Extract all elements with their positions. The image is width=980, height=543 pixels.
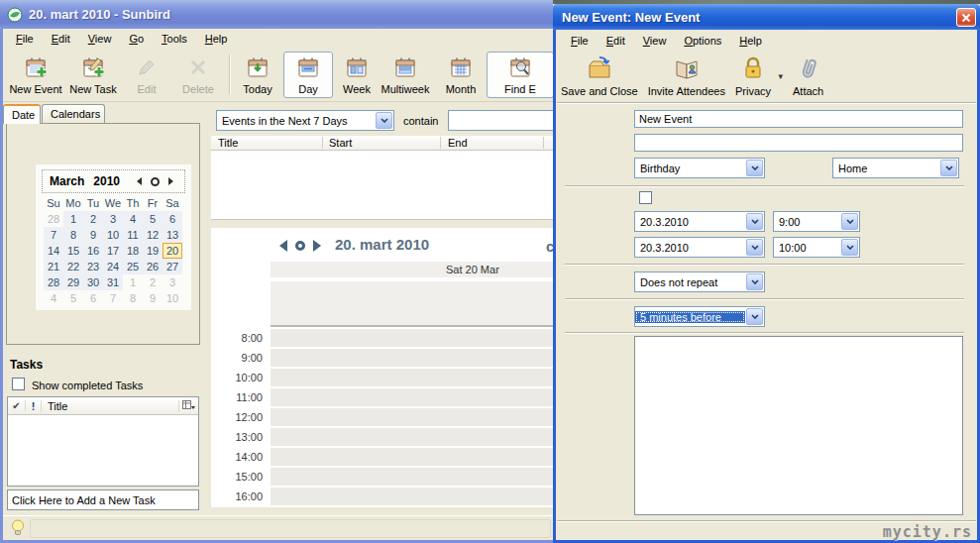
minical-day[interactable]: 19 [143,243,163,259]
menu-edit[interactable]: Edit [43,31,79,47]
minical-day[interactable]: 2 [83,211,103,227]
minical-day[interactable]: 29 [63,274,83,290]
minical-day[interactable]: 5 [143,211,163,227]
invite-attendees-button[interactable]: Invite Attendees [645,54,728,99]
day-column-header[interactable]: Sat 20 Mar [271,262,553,279]
minical-day[interactable]: 23 [83,259,103,274]
end-time-select[interactable]: 10:00 [773,237,860,258]
minical-day[interactable]: 10 [103,227,123,243]
minical-day[interactable]: 8 [63,227,83,243]
time-slot[interactable] [271,488,553,505]
time-slot[interactable] [271,428,553,446]
task-priority-column-icon[interactable]: ! [26,400,42,412]
time-slot[interactable] [271,468,553,486]
minical-day[interactable]: 4 [123,211,143,227]
month-view-button[interactable]: Month [439,52,483,98]
minical-next-icon[interactable] [168,177,177,185]
event-filter-select[interactable]: Events in the Next 7 Days [216,110,394,131]
day-next-icon[interactable] [313,240,327,252]
task-title-column[interactable]: Title [42,400,178,412]
find-events-button[interactable]: Find E [487,52,553,98]
minical-day[interactable]: 10 [163,290,182,306]
minical-day[interactable]: 26 [143,259,163,274]
time-slot[interactable] [271,329,553,347]
minical-day[interactable]: 24 [103,259,123,274]
main-titlebar[interactable]: 20. mart 2010 - Sunbird [0,0,553,29]
minical-day[interactable]: 6 [163,211,182,227]
minical-day[interactable]: 3 [163,274,182,290]
minical-day[interactable]: 1 [63,211,83,227]
menu-view[interactable]: View [634,33,676,49]
minical-day[interactable]: 5 [63,290,83,306]
menu-file[interactable]: File [562,33,598,49]
minical-day[interactable]: 21 [44,259,63,274]
minical-day[interactable]: 6 [83,290,103,306]
task-completed-column-icon[interactable]: ✔ [8,400,26,411]
tab-calendars[interactable]: Calendars [42,104,105,124]
minical-day[interactable]: 12 [143,227,163,243]
tab-date[interactable]: Date [3,104,41,124]
minical-day[interactable]: 28 [44,211,63,227]
minical-day[interactable]: 8 [123,290,143,306]
minical-day[interactable]: 4 [44,290,63,306]
menu-help[interactable]: Help [196,31,237,47]
privacy-dropdown-icon[interactable]: ▾ [778,71,783,81]
time-slot[interactable] [271,408,553,426]
day-prev-icon[interactable] [273,240,287,252]
menu-edit[interactable]: Edit [598,33,634,49]
time-slot[interactable] [271,369,553,386]
reminder-select[interactable]: 5 minutes before [634,306,765,327]
category-select[interactable]: Birthday [634,158,765,178]
time-slot[interactable] [271,349,553,367]
minical-day[interactable]: 17 [103,243,123,259]
time-slot[interactable] [271,448,553,466]
title-input[interactable] [634,110,963,128]
column-picker-icon[interactable] [178,400,198,412]
minical-day[interactable]: 3 [103,211,123,227]
menu-view[interactable]: View [79,31,121,47]
save-and-close-button[interactable]: Save and Close [558,54,641,99]
task-list[interactable]: ✔ ! Title [7,396,199,487]
minical-prev-icon[interactable] [133,177,142,185]
edit-button[interactable]: Edit [126,52,167,98]
column-title[interactable]: Title [218,137,238,149]
all-day-checkbox[interactable] [639,191,652,204]
column-start[interactable]: Start [329,137,352,149]
menu-options[interactable]: Options [675,33,730,49]
minical-day[interactable]: 25 [123,259,143,274]
minical-day[interactable]: 28 [44,274,63,290]
column-end[interactable]: End [448,137,468,149]
privacy-button[interactable]: Privacy ▾ [732,54,774,99]
description-textarea[interactable] [634,336,963,515]
contain-input[interactable] [448,110,553,131]
add-task-input[interactable] [7,489,199,510]
calendar-select[interactable]: Home [832,158,959,178]
minical-day-selected[interactable]: 20 [163,243,182,259]
day-view-button[interactable]: Day [283,52,333,98]
minical-day[interactable]: 11 [123,227,143,243]
attach-button[interactable]: Attach [790,54,826,99]
today-button[interactable]: Today [235,52,280,98]
minical-day[interactable]: 22 [63,259,83,274]
menu-help[interactable]: Help [730,33,771,49]
start-time-select[interactable]: 9:00 [773,211,860,232]
event-list[interactable] [211,151,553,220]
minical-day[interactable]: 15 [63,243,83,259]
new-task-button[interactable]: New Task [66,52,120,98]
repeat-select[interactable]: Does not repeat [634,272,765,292]
minical-day[interactable]: 1 [123,274,143,290]
end-date-select[interactable]: 20.3.2010 [634,237,765,258]
minical-day[interactable]: 27 [163,259,182,274]
minical-day[interactable]: 2 [143,274,163,290]
minical-day[interactable]: 13 [163,227,182,243]
minical-day[interactable]: 7 [103,290,123,306]
delete-button[interactable]: Delete [171,52,225,98]
minical-day[interactable]: 16 [83,243,103,259]
time-slot[interactable] [271,388,553,406]
dialog-titlebar[interactable]: New Event: New Event [553,4,980,30]
menu-file[interactable]: File [7,31,43,47]
minical-day[interactable]: 14 [44,243,63,259]
new-event-button[interactable]: New Event [7,52,64,98]
minical-day[interactable]: 30 [83,274,103,290]
day-today-icon[interactable] [295,241,305,251]
